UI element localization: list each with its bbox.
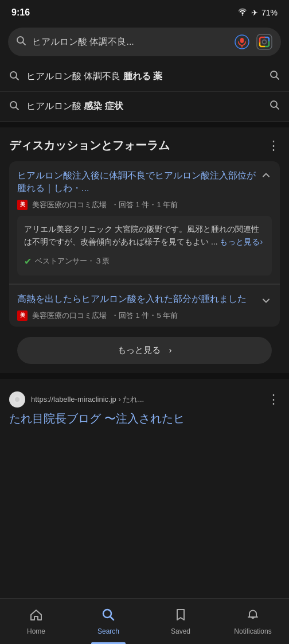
suggestion-search-icon-2 [9,100,19,113]
bell-icon [246,608,260,625]
suggestion-search-icon-1 [9,71,19,83]
svg-line-14 [276,107,279,110]
section-divider [0,122,289,127]
answer-more-link-1[interactable]: もっと見る› [220,237,263,246]
nav-label-notifications: Notifications [234,627,271,635]
website-favicon [9,391,25,408]
expand-btn-2[interactable] [260,295,272,309]
search-nav-icon [101,608,115,625]
more-button[interactable]: もっと見る › [17,337,272,364]
site-name-2: 美容医療の口コミ広場 [32,311,107,321]
discussion-link-1[interactable]: ヒアルロン酸注入後に体調不良でヒアルロン酸注入部位が腫れる｜しわ・... [17,169,256,195]
suggestion-row-1[interactable]: ヒアルロン酸 体調不良 腫れる 薬 [0,62,289,92]
more-btn-container: もっと見る › [9,335,280,373]
website-info: https://labelle-miraclinic.jp › たれ... [9,391,144,408]
best-answer-1: ✔ ベストアンサー・３票 [24,254,265,269]
search-bar[interactable]: ヒアルロン酸 体調不良... [8,28,281,56]
svg-line-12 [16,107,19,110]
suggestion-arrow-1 [270,70,280,83]
bottom-nav-spacer [0,433,289,479]
svg-rect-3 [240,38,244,43]
search-bar-query: ヒアルロン酸 体調不良... [32,36,228,48]
home-icon [29,608,43,625]
best-answer-text-1: ベストアンサー・３票 [35,255,110,267]
site-name-1: 美容医療の口コミ広場 [32,200,107,210]
bookmark-icon [174,608,188,625]
section-more-options[interactable]: ⋮ [267,139,280,152]
discussion-info-2: ・回答 1 件・5 年前 [111,311,178,321]
section-header: ディスカッションとフォーラム ⋮ [9,138,280,153]
check-icon-1: ✔ [24,254,32,269]
svg-line-18 [110,616,114,620]
website-header: https://labelle-miraclinic.jp › たれ... ⋮ [9,391,280,408]
discussion-meta-1: 美 美容医療の口コミ広場 ・回答 1 件・1 年前 [17,200,272,210]
svg-line-1 [23,42,26,45]
suggestion-row-2[interactable]: ヒアルロン酸 感染 症状 [0,92,289,122]
nav-label-home: Home [27,627,45,635]
airplane-icon: ✈ [251,8,258,17]
site-favicon-2: 美 [17,311,28,321]
discussion-item-2-content: 高熱を出したらヒアルロン酸を入れた部分が腫れました 美 美容医療の口コミ広場 ・… [17,293,260,320]
website-card: https://labelle-miraclinic.jp › たれ... ⋮ … [0,385,289,433]
discussion-item-1: ヒアルロン酸注入後に体調不良でヒアルロン酸注入部位が腫れる｜しわ・... 美 美… [9,161,280,216]
wifi-icon [237,8,248,18]
collapse-btn-1[interactable] [260,169,272,184]
bottom-nav: Home Search Saved Notifications [0,598,289,644]
discussion-info-1: ・回答 1 件・1 年前 [111,200,178,210]
svg-point-6 [263,40,267,44]
status-bar: 9:16 ✈ 71% [0,0,289,23]
status-time: 9:16 [11,7,30,18]
section-title: ディスカッションとフォーラム [9,138,170,153]
divider-2 [0,373,289,379]
battery-text: 71% [261,8,278,17]
nav-item-saved[interactable]: Saved [144,603,217,640]
discussion-meta-2: 美 美容医療の口コミ広場 ・回答 1 件・5 年前 [17,311,260,321]
nav-item-search[interactable]: Search [72,603,144,640]
mic-icon[interactable] [234,34,250,50]
nav-label-search: Search [97,627,119,635]
nav-item-notifications[interactable]: Notifications [217,603,289,640]
search-bar-icon [16,36,26,48]
website-url: https://labelle-miraclinic.jp › たれ... [31,394,144,405]
svg-line-8 [16,77,19,80]
nav-item-home[interactable]: Home [0,603,72,640]
suggestion-text-1: ヒアルロン酸 体調不良 腫れる 薬 [26,71,263,83]
discussion-section: ディスカッションとフォーラム ⋮ ヒアルロン酸注入後に体調不良でヒアルロン酸注入… [0,127,289,373]
website-options-btn[interactable]: ⋮ [267,392,280,407]
discussion-card: ヒアルロン酸注入後に体調不良でヒアルロン酸注入部位が腫れる｜しわ・... 美 美… [9,161,280,327]
search-bar-container: ヒアルロン酸 体調不良... [0,23,289,62]
google-lens-icon[interactable] [256,33,273,51]
svg-line-10 [276,77,279,80]
discussion-item-2: 高熱を出したらヒアルロン酸を入れた部分が腫れました 美 美容医療の口コミ広場 ・… [9,284,280,326]
status-icons: ✈ 71% [237,8,278,18]
discussion-link-2[interactable]: 高熱を出したらヒアルロン酸を入れた部分が腫れました [17,293,260,305]
site-favicon-1: 美 [17,200,28,210]
nav-label-saved: Saved [171,627,190,635]
suggestion-arrow-2 [270,100,280,113]
answer-box-1: アリエル美容クリニック 大宮院の阪野です。風邪と腫れの関連性は不明ですが、改善傾… [17,216,272,276]
more-button-label: もっと見る › [118,345,172,356]
suggestion-text-2: ヒアルロン酸 感染 症状 [26,100,263,112]
svg-point-16 [15,397,19,402]
website-title[interactable]: たれ目院長ブログ 〜注入されたヒ [9,411,280,426]
